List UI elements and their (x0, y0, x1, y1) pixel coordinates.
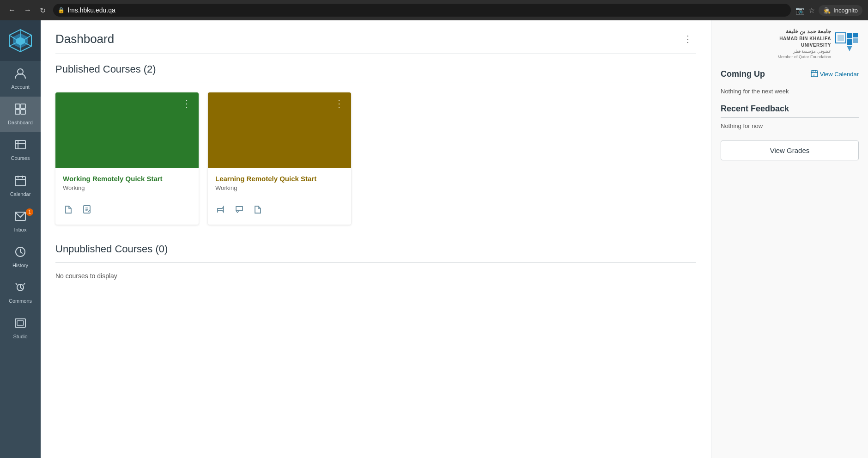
browser-chrome: ← → ↻ 🔒 📷 ☆ 🕵 Incognito (0, 0, 868, 20)
course-card-1-body: Working Remotely Quick Start Working (55, 168, 199, 225)
recent-feedback-divider (721, 117, 859, 118)
svg-rect-31 (853, 33, 858, 37)
svg-rect-14 (15, 140, 25, 149)
calendar-icon (14, 175, 26, 189)
coming-up-section: Coming Up 3 View Calendar Nothing for th… (721, 69, 859, 95)
svg-text:3: 3 (813, 73, 815, 76)
course-card-1-files-button[interactable] (63, 204, 74, 217)
dashboard-header: Dashboard ⋮ (55, 31, 696, 46)
svg-marker-36 (847, 46, 852, 51)
course-card-1[interactable]: ⋮ Working Remotely Quick Start Working (55, 92, 199, 225)
page-title: Dashboard (55, 32, 114, 46)
svg-rect-32 (847, 39, 852, 45)
svg-rect-17 (15, 177, 25, 186)
course-card-2-discussions-button[interactable] (234, 204, 245, 217)
history-icon (14, 246, 26, 261)
sidebar-item-dashboard[interactable]: Dashboard (0, 97, 41, 132)
coming-up-header: Coming Up 3 View Calendar (721, 69, 859, 79)
studio-icon (14, 317, 26, 332)
sidebar-item-studio-label: Studio (13, 334, 27, 340)
view-grades-button[interactable]: View Grades (721, 140, 859, 160)
courses-icon (14, 139, 26, 153)
incognito-icon: 🕵 (823, 7, 831, 14)
uni-member-text: عضوفي مؤسسة قطرMember of Qatar Foundatio… (777, 49, 831, 60)
bookmark-icon[interactable]: ☆ (808, 6, 815, 15)
sidebar-item-account-label: Account (11, 84, 30, 90)
coming-up-title: Coming Up (721, 69, 765, 79)
dashboard-icon (14, 103, 26, 118)
uni-name-english: HAMAD BIN KHALIFAUNIVERSITY (777, 36, 831, 49)
inbox-icon (14, 210, 26, 225)
sidebar-item-account[interactable]: Account (0, 61, 41, 97)
university-logo-area: جامعة حمد بن خليفة HAMAD BIN KHALIFAUNIV… (721, 28, 859, 60)
sidebar-item-commons-label: Commons (9, 298, 32, 304)
course-card-2-subtitle: Working (215, 184, 344, 191)
sidebar-logo[interactable] (0, 20, 41, 61)
header-divider (55, 54, 696, 54)
sidebar-item-inbox-label: Inbox (14, 227, 27, 233)
account-icon (14, 67, 26, 82)
course-card-1-title: Working Remotely Quick Start (63, 175, 191, 183)
inbox-badge: 1 (26, 208, 33, 216)
sidebar-item-calendar[interactable]: Calendar (0, 168, 41, 204)
browser-right-icons: 📷 ☆ 🕵 Incognito (795, 5, 862, 16)
course-card-2-menu-button[interactable]: ⋮ (333, 98, 346, 109)
app-container: Account Dashboard Courses Calendar 1 (0, 20, 868, 458)
course-card-1-menu-button[interactable]: ⋮ (180, 98, 193, 109)
recent-feedback-nothing-text: Nothing for now (721, 122, 859, 129)
sidebar-item-history-label: History (12, 263, 28, 269)
sidebar-item-commons[interactable]: Commons (0, 275, 41, 311)
content-wrapper: Dashboard ⋮ Published Courses (2) ⋮ Work… (41, 20, 868, 458)
svg-rect-35 (838, 35, 844, 41)
canvas-logo-svg (8, 29, 32, 53)
uni-name-arabic: جامعة حمد بن خليفة (777, 28, 831, 36)
address-bar[interactable] (53, 4, 791, 17)
course-card-1-assignments-button[interactable] (81, 204, 92, 217)
incognito-label: Incognito (833, 7, 858, 14)
sidebar-item-studio[interactable]: Studio (0, 311, 41, 346)
course-card-2[interactable]: ⋮ Learning Remotely Quick Start Working (208, 92, 351, 225)
svg-rect-24 (17, 321, 24, 325)
course-card-1-header: ⋮ (55, 92, 199, 168)
svg-rect-13 (21, 110, 25, 114)
course-card-2-announcements-button[interactable] (215, 204, 226, 217)
course-card-2-files-button[interactable] (252, 204, 263, 217)
svg-rect-33 (853, 38, 858, 43)
forward-button[interactable]: → (21, 4, 34, 17)
university-name: جامعة حمد بن خليفة HAMAD BIN KHALIFAUNIV… (777, 28, 831, 60)
sidebar: Account Dashboard Courses Calendar 1 (0, 20, 41, 458)
recent-feedback-section: Recent Feedback Nothing for now (721, 104, 859, 129)
sidebar-item-calendar-label: Calendar (10, 191, 31, 197)
published-divider (55, 83, 696, 83)
sidebar-item-history[interactable]: History (0, 239, 41, 275)
view-calendar-link[interactable]: 3 View Calendar (811, 70, 859, 79)
course-card-2-header: ⋮ (208, 92, 351, 168)
svg-rect-30 (847, 33, 852, 38)
back-button[interactable]: ← (6, 4, 18, 17)
course-card-1-subtitle: Working (63, 184, 191, 191)
reload-button[interactable]: ↻ (37, 4, 49, 17)
sidebar-item-dashboard-label: Dashboard (8, 120, 33, 126)
sidebar-item-courses-label: Courses (11, 155, 30, 161)
course-card-2-title: Learning Remotely Quick Start (215, 175, 344, 183)
sidebar-item-inbox[interactable]: 1 Inbox (0, 204, 41, 239)
calendar-small-icon: 3 (811, 70, 818, 79)
sidebar-item-courses[interactable]: Courses (0, 132, 41, 168)
incognito-badge: 🕵 Incognito (819, 5, 862, 16)
course-card-2-icons (215, 198, 344, 217)
svg-rect-12 (15, 110, 20, 114)
right-sidebar: جامعة حمد بن خليفة HAMAD BIN KHALIFAUNIV… (711, 20, 868, 458)
published-courses-title: Published Courses (2) (55, 63, 696, 75)
hbku-logo-icon (835, 32, 859, 56)
unpublished-divider (55, 263, 696, 263)
recent-feedback-title: Recent Feedback (721, 104, 859, 114)
no-courses-text: No courses to display (55, 272, 696, 280)
main-content: Dashboard ⋮ Published Courses (2) ⋮ Work… (41, 20, 868, 458)
address-bar-wrapper: 🔒 (53, 4, 791, 17)
dashboard-menu-button[interactable]: ⋮ (680, 31, 696, 46)
svg-rect-11 (21, 104, 25, 109)
center-area: Dashboard ⋮ Published Courses (2) ⋮ Work… (41, 20, 711, 458)
view-calendar-label: View Calendar (820, 71, 859, 78)
browser-nav: ← → ↻ (6, 4, 49, 17)
course-card-2-body: Learning Remotely Quick Start Working (208, 168, 351, 225)
